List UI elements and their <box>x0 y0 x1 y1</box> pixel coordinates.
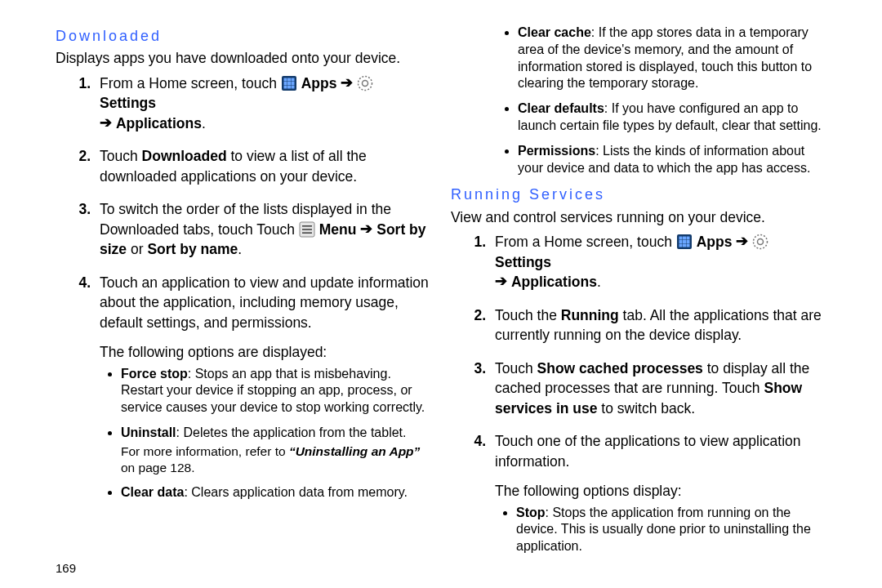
step-2: Touch Downloaded to view a list of all t… <box>95 146 431 186</box>
cleardefaults-label: Clear defaults <box>518 101 604 115</box>
svg-rect-8 <box>287 86 291 89</box>
r-step2-a: Touch the <box>495 307 561 323</box>
ref-b: “Uninstalling an App” <box>289 444 420 458</box>
svg-rect-5 <box>287 82 291 85</box>
svg-point-26 <box>754 235 768 249</box>
svg-rect-15 <box>302 232 312 234</box>
cleardata-text: : Clears application data from memory. <box>184 485 408 499</box>
step3-dot: . <box>238 241 242 257</box>
ref-a: For more information, refer to <box>121 444 289 458</box>
menu-label: Menu <box>319 221 357 238</box>
arrow-icon: ➔ <box>736 231 748 252</box>
svg-rect-9 <box>291 86 294 89</box>
step4-text: Touch an application to view and update … <box>100 274 429 331</box>
settings-label: Settings <box>100 95 156 111</box>
apps-icon <box>676 234 693 250</box>
applications-label: Applications <box>116 115 202 131</box>
cleardata-label: Clear data <box>121 485 184 499</box>
ref-c: on page 128. <box>121 461 195 474</box>
r-apps-label: Apps <box>697 234 733 250</box>
svg-rect-4 <box>283 82 287 85</box>
downloaded-intro: Displays apps you have downloaded onto y… <box>56 48 431 69</box>
svg-rect-23 <box>679 244 682 247</box>
svg-rect-7 <box>283 86 287 89</box>
svg-point-10 <box>359 77 372 91</box>
heading-downloaded: Downloaded <box>56 26 431 47</box>
option-permissions: Permissions: Lists the kinds of informat… <box>518 143 826 177</box>
page: Downloaded Displays apps you have downlo… <box>0 0 882 588</box>
svg-rect-19 <box>686 237 689 240</box>
arrow-icon: ➔ <box>495 271 507 292</box>
step-1: From a Home screen, touch Apps ➔ Setting… <box>95 74 431 134</box>
option-clear-data: Clear data: Clears application data from… <box>121 484 431 501</box>
r-step3-b: Show cached processes <box>537 360 703 376</box>
step-3: To switch the order of the lists display… <box>95 199 431 260</box>
option-clear-cache: Clear cache: If the app stores data in a… <box>518 24 826 92</box>
arrow-icon: ➔ <box>360 219 372 239</box>
option-stop: Stop: Stops the application from running… <box>516 505 826 555</box>
r-step4-text: Touch one of the applications to view ap… <box>495 433 801 470</box>
clearcache-label: Clear cache <box>518 25 591 39</box>
stop-text: : Stops the application from running on … <box>516 506 811 554</box>
apps-label: Apps <box>301 75 337 91</box>
options-intro: The following options are displayed: <box>100 342 431 363</box>
svg-point-11 <box>363 81 368 87</box>
uninstall-ref: For more information, refer to “Uninstal… <box>121 443 431 476</box>
permissions-label: Permissions <box>518 144 595 158</box>
running-intro: View and control services running on you… <box>451 207 826 228</box>
r-step1-pretext: From a Home screen, touch <box>495 234 676 250</box>
svg-rect-25 <box>686 244 689 247</box>
svg-rect-18 <box>683 237 686 240</box>
r-step3-e: to switch back. <box>598 400 696 416</box>
option-uninstall: Uninstall: Deletes the application from … <box>121 425 431 476</box>
option-force-stop: Force stop: Stops an app that is misbeha… <box>121 366 431 416</box>
svg-rect-2 <box>287 78 291 82</box>
continued-options: Clear cache: If the app stores data in a… <box>500 24 826 176</box>
downloaded-steps: From a Home screen, touch Apps ➔ Setting… <box>56 74 431 501</box>
heading-running-services: Running Services <box>451 185 826 205</box>
svg-point-27 <box>758 239 764 245</box>
sortname-label: Sort by name <box>147 241 238 257</box>
step2-text-a: Touch <box>100 148 142 164</box>
menu-icon <box>299 221 315 238</box>
step-4: Touch an application to view and update … <box>95 273 431 501</box>
right-column: Clear cache: If the app stores data in a… <box>441 20 849 581</box>
svg-rect-14 <box>302 229 312 230</box>
option-clear-defaults: Clear defaults: If you have configured a… <box>518 100 826 135</box>
svg-rect-20 <box>679 240 682 243</box>
r-step-4: Touch one of the applications to view ap… <box>490 431 826 555</box>
svg-rect-21 <box>683 240 686 243</box>
r-options-intro: The following options display: <box>495 481 826 501</box>
r-step3-a: Touch <box>495 360 537 376</box>
r-step2-b: Running <box>561 307 619 323</box>
step1-pretext: From a Home screen, touch <box>100 75 281 91</box>
r-applications-label: Applications <box>511 274 597 290</box>
step3-or: or <box>127 241 147 257</box>
uninstall-text: : Deletes the application from the table… <box>176 425 407 439</box>
arrow-icon: ➔ <box>341 73 353 93</box>
stop-label: Stop <box>516 506 546 519</box>
r-settings-label: Settings <box>495 254 551 270</box>
page-number: 169 <box>56 559 76 577</box>
running-steps: From a Home screen, touch Apps ➔ Setting… <box>451 232 826 555</box>
step2-text-b: Downloaded <box>142 148 227 164</box>
arrow-icon: ➔ <box>100 113 112 133</box>
svg-rect-24 <box>683 244 686 247</box>
svg-rect-17 <box>679 237 682 240</box>
r-options-list: Stop: Stops the application from running… <box>498 505 826 555</box>
settings-icon <box>752 234 768 250</box>
apps-icon <box>281 75 297 91</box>
r-step-1: From a Home screen, touch Apps ➔ Setting… <box>490 232 826 292</box>
svg-rect-1 <box>283 78 287 82</box>
svg-rect-22 <box>686 240 689 243</box>
r-step-2: Touch the Running tab. All the applicati… <box>490 305 826 345</box>
r-step-3: Touch Show cached processes to display a… <box>490 359 826 419</box>
svg-rect-6 <box>291 82 294 85</box>
options-list: Force stop: Stops an app that is misbeha… <box>103 366 431 501</box>
force-stop-label: Force stop <box>121 367 188 381</box>
svg-rect-3 <box>291 78 294 82</box>
uninstall-label: Uninstall <box>121 425 176 439</box>
left-column: Downloaded Displays apps you have downlo… <box>33 20 441 581</box>
settings-icon <box>357 75 373 91</box>
svg-rect-13 <box>302 225 312 227</box>
